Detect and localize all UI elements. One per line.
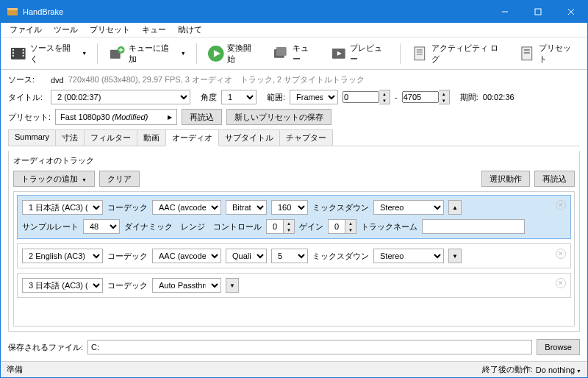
menu-tool[interactable]: ツール xyxy=(49,23,82,37)
preset-select[interactable]: Fast 1080p30 (Modified) ▶ xyxy=(55,109,177,125)
selection-behavior-button[interactable]: 選択動作 xyxy=(481,171,530,187)
svg-rect-28 xyxy=(524,49,530,51)
menu-file[interactable]: ファイル xyxy=(5,23,46,37)
maximize-button[interactable] xyxy=(521,1,554,23)
queue-icon xyxy=(272,45,290,63)
preset-reload-button[interactable]: 再読込 xyxy=(182,109,222,125)
codec-select[interactable]: AAC (avcodec) xyxy=(152,249,221,263)
status-ready: 準備 xyxy=(7,364,23,375)
spin-buttons[interactable]: ▲▼ xyxy=(379,90,390,104)
tab-summary[interactable]: Summary xyxy=(8,129,56,146)
duration-label: 期間: xyxy=(460,92,478,103)
mixdown-select[interactable]: Stereo xyxy=(373,200,444,215)
title-select[interactable]: 2 (00:02:37) xyxy=(51,90,190,104)
mode-value-select[interactable]: 5 xyxy=(271,249,308,263)
source-row: ソース: dvd 720x480 (853x480), 29.97 FPS, 3… xyxy=(8,74,580,85)
save-path-input[interactable] xyxy=(87,340,532,354)
title-bar: HandBrake xyxy=(1,1,587,23)
app-title: HandBrake xyxy=(23,7,63,16)
drc-input[interactable] xyxy=(266,219,284,234)
track-source-select[interactable]: 1 日本語 (AC3) (2.0 ch xyxy=(22,200,103,215)
menu-bar: ファイル ツール プリセット キュー 助けて xyxy=(1,23,587,38)
mode-select[interactable]: Quality: xyxy=(226,249,267,263)
remove-track-button[interactable]: ✕ xyxy=(556,200,566,210)
mode-value-select[interactable]: 160 xyxy=(271,200,308,215)
chevron-down-icon: ▼ xyxy=(82,51,87,56)
toolbar: ソースを開く ▼ キューに追加 ▼ 変換開始 キュー プレビュー アクティビティ… xyxy=(1,38,587,70)
audio-reload-button[interactable]: 再読込 xyxy=(534,171,575,187)
spin-buttons[interactable]: ▲▼ xyxy=(345,219,356,234)
codec-select[interactable]: Auto Passthru xyxy=(152,278,221,293)
tab-video[interactable]: 動画 xyxy=(137,129,166,146)
remove-track-button[interactable]: ✕ xyxy=(556,278,566,288)
preview-button[interactable]: プレビュー xyxy=(327,41,393,66)
preview-icon xyxy=(330,45,348,63)
preset-label: プリセット: xyxy=(8,112,51,123)
tab-audio[interactable]: オーディオ xyxy=(165,129,219,146)
gain-label: ゲイン xyxy=(299,221,323,232)
queue-button[interactable]: キュー xyxy=(269,41,319,66)
presets-icon xyxy=(518,45,536,63)
presets-button[interactable]: プリセット xyxy=(515,41,581,66)
svg-rect-10 xyxy=(23,49,24,51)
trackname-input[interactable] xyxy=(422,219,525,234)
menu-help[interactable]: 助けて xyxy=(173,23,207,37)
samplerate-label: サンプルレート xyxy=(22,221,79,232)
add-queue-icon xyxy=(108,45,126,63)
mixdown-select[interactable]: Stereo xyxy=(373,249,444,263)
source-info: 720x480 (853x480), 29.97 FPS, 3 オーディオ トラ… xyxy=(68,74,365,85)
audio-track: ✕ 1 日本語 (AC3) (2.0 ch コーデック AAC (avcodec… xyxy=(17,195,571,239)
mixdown-label: ミックスダウン xyxy=(312,202,369,213)
expand-button[interactable]: ▼ xyxy=(448,249,462,263)
svg-rect-0 xyxy=(7,10,18,15)
tabs: Summary 寸法 フィルター 動画 オーディオ サブタイトル チャプター xyxy=(8,129,580,146)
chevron-right-icon: ▶ xyxy=(168,114,172,121)
codec-label: コーデック xyxy=(107,202,148,213)
mixdown-label: ミックスダウン xyxy=(312,251,369,262)
collapse-button[interactable]: ▲ xyxy=(448,200,462,215)
drc-label: ダイナミック レンジ コントロール xyxy=(124,221,262,232)
svg-rect-1 xyxy=(7,8,18,10)
svg-rect-29 xyxy=(524,52,530,54)
range-to-input[interactable] xyxy=(402,91,439,103)
audio-tracks-header: オーディオのトラック xyxy=(13,155,575,166)
tab-dimensions[interactable]: 寸法 xyxy=(55,129,85,146)
menu-queue[interactable]: キュー xyxy=(137,23,171,37)
tab-chapters[interactable]: チャプター xyxy=(279,129,333,146)
svg-rect-9 xyxy=(12,54,14,56)
codec-label: コーデック xyxy=(107,251,148,262)
app-window: HandBrake ファイル ツール プリセット キュー 助けて ソースを開く … xyxy=(0,0,588,378)
after-done-value[interactable]: Do nothing▼ xyxy=(536,365,581,374)
clear-tracks-button[interactable]: クリア xyxy=(99,171,140,187)
codec-select[interactable]: AAC (avcodec) xyxy=(152,200,221,215)
track-source-select[interactable]: 3 日本語 (AC3) (2.0 ch xyxy=(22,278,103,293)
add-track-button[interactable]: トラックの追加 ▼ xyxy=(13,171,95,187)
mode-select[interactable]: Bitrate: xyxy=(226,200,267,215)
browse-button[interactable]: Browse xyxy=(537,339,580,355)
range-from-input[interactable] xyxy=(343,91,379,103)
gain-input[interactable] xyxy=(328,219,345,234)
trackname-label: トラックネーム xyxy=(361,221,417,232)
samplerate-select[interactable]: 48 xyxy=(83,219,120,234)
close-button[interactable] xyxy=(554,1,587,23)
tab-filters[interactable]: フィルター xyxy=(84,129,137,146)
svg-rect-7 xyxy=(12,49,14,51)
preset-save-button[interactable]: 新しいプリセットの保存 xyxy=(226,109,331,125)
spin-buttons[interactable]: ▲▼ xyxy=(439,90,450,104)
open-source-button[interactable]: ソースを開く ▼ xyxy=(7,41,90,66)
angle-select[interactable]: 1 xyxy=(221,90,257,104)
svg-rect-8 xyxy=(12,52,14,54)
activity-button[interactable]: アクティビティ ログ xyxy=(408,41,508,66)
track-source-select[interactable]: 2 English (AC3) (2.0 c xyxy=(22,249,103,263)
minimize-button[interactable] xyxy=(488,1,521,23)
range-type-select[interactable]: Frames xyxy=(290,90,338,104)
add-queue-button[interactable]: キューに追加 ▼ xyxy=(105,41,188,66)
expand-button[interactable]: ▼ xyxy=(226,278,239,293)
title-label: タイトル: xyxy=(8,92,46,103)
remove-track-button[interactable]: ✕ xyxy=(556,249,566,259)
start-button[interactable]: 変換開始 xyxy=(204,41,262,66)
play-icon xyxy=(207,45,225,63)
spin-buttons[interactable]: ▲▼ xyxy=(284,219,295,234)
menu-preset[interactable]: プリセット xyxy=(85,23,135,37)
tab-subtitles[interactable]: サブタイトル xyxy=(218,129,280,146)
